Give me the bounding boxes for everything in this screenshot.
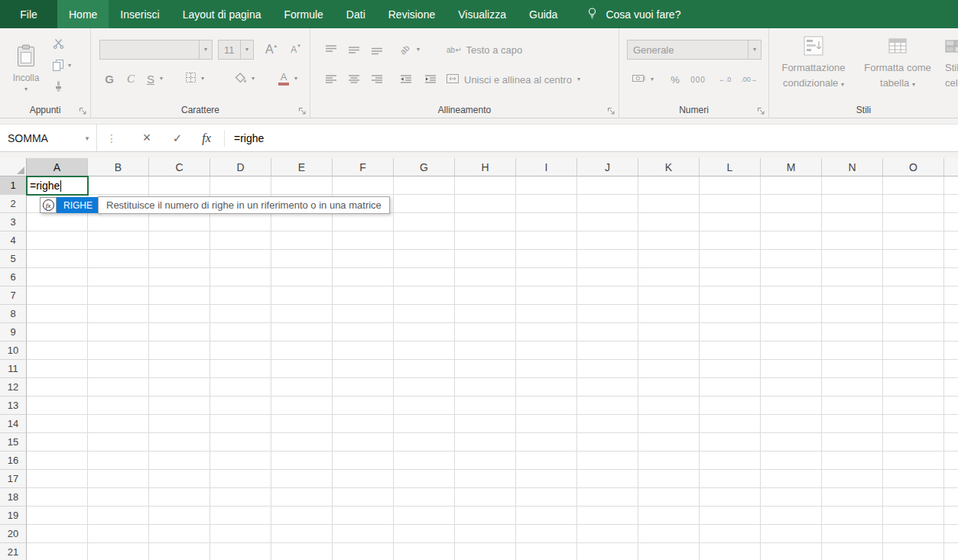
cell-C10[interactable]	[149, 342, 210, 360]
cell-B9[interactable]	[88, 323, 149, 342]
column-header-M[interactable]: M	[761, 158, 822, 176]
cell-D4[interactable]	[210, 231, 271, 250]
row-header-11[interactable]: 11	[0, 360, 27, 378]
active-cell-A1[interactable]: =righe	[26, 176, 89, 196]
cell-M14[interactable]	[761, 415, 822, 433]
cell-O3[interactable]	[883, 213, 944, 231]
cell-N13[interactable]	[822, 397, 883, 415]
cell-offscreen14[interactable]	[944, 415, 958, 433]
cell-E13[interactable]	[271, 397, 333, 415]
tab-formule[interactable]: Formule	[272, 0, 334, 28]
cell-A10[interactable]	[27, 342, 88, 360]
cell-I20[interactable]	[516, 525, 577, 543]
cell-H14[interactable]	[455, 415, 516, 433]
cell-L10[interactable]	[700, 342, 761, 360]
row-header-3[interactable]: 3	[0, 213, 27, 231]
cell-A12[interactable]	[27, 378, 88, 397]
cell-J10[interactable]	[577, 342, 638, 360]
percent-style-button[interactable]: %	[667, 70, 684, 89]
tab-layout-di-pagina[interactable]: Layout di pagina	[171, 0, 273, 28]
cell-M1[interactable]	[761, 176, 822, 195]
cell-F11[interactable]	[333, 360, 394, 378]
cell-D7[interactable]	[210, 286, 271, 305]
cell-N2[interactable]	[822, 195, 883, 213]
font-color-button[interactable]: A	[274, 69, 293, 89]
cell-G5[interactable]	[394, 250, 455, 268]
cell-D1[interactable]	[210, 176, 271, 195]
cell-H10[interactable]	[455, 342, 516, 360]
cell-F19[interactable]	[333, 507, 394, 525]
cell-O2[interactable]	[883, 195, 944, 213]
cell-N7[interactable]	[822, 286, 883, 305]
cell-M8[interactable]	[761, 305, 822, 323]
cell-K14[interactable]	[638, 415, 700, 433]
cell-N5[interactable]	[822, 250, 883, 268]
cell-I15[interactable]	[516, 433, 577, 452]
tab-revisione[interactable]: Revisione	[377, 0, 447, 28]
cell-E17[interactable]	[271, 470, 333, 488]
cell-I3[interactable]	[516, 213, 577, 231]
cell-D20[interactable]	[210, 525, 271, 543]
cell-I1[interactable]	[516, 176, 577, 195]
cell-D10[interactable]	[210, 342, 271, 360]
cell-J9[interactable]	[577, 323, 638, 342]
cell-N14[interactable]	[822, 415, 883, 433]
cell-K20[interactable]	[638, 525, 700, 543]
cell-G19[interactable]	[394, 507, 455, 525]
orientation-button[interactable]: ab	[395, 40, 414, 59]
cell-L16[interactable]	[700, 452, 761, 470]
cell-J19[interactable]	[577, 507, 638, 525]
cell-M9[interactable]	[761, 323, 822, 342]
cell-H8[interactable]	[455, 305, 516, 323]
format-as-table-button[interactable]: Formatta come tabella ▾	[856, 34, 939, 105]
cell-H17[interactable]	[455, 470, 516, 488]
cell-L3[interactable]	[700, 213, 761, 231]
row-header-21[interactable]: 21	[0, 543, 27, 560]
cell-A6[interactable]	[27, 268, 88, 286]
cell-N15[interactable]	[822, 433, 883, 452]
cell-B11[interactable]	[88, 360, 149, 378]
cell-offscreen10[interactable]	[944, 342, 958, 360]
insert-function-button[interactable]: fx	[196, 131, 216, 145]
cell-O5[interactable]	[883, 250, 944, 268]
cell-I6[interactable]	[516, 268, 577, 286]
cell-F8[interactable]	[333, 305, 394, 323]
cell-C21[interactable]	[149, 543, 210, 560]
cell-E12[interactable]	[271, 378, 333, 397]
cell-I14[interactable]	[516, 415, 577, 433]
cell-H1[interactable]	[455, 176, 516, 195]
cell-C16[interactable]	[149, 452, 210, 470]
cell-E15[interactable]	[271, 433, 333, 452]
cell-C6[interactable]	[149, 268, 210, 286]
cell-K12[interactable]	[638, 378, 700, 397]
cell-J21[interactable]	[577, 543, 638, 560]
tab-dati[interactable]: Dati	[335, 0, 377, 28]
cell-J14[interactable]	[577, 415, 638, 433]
align-top-button[interactable]	[321, 40, 341, 59]
accounting-dropdown-icon[interactable]: ▾	[651, 76, 654, 83]
cell-offscreen6[interactable]	[944, 268, 958, 286]
cell-O13[interactable]	[883, 397, 944, 415]
cell-A13[interactable]	[27, 397, 88, 415]
underline-button[interactable]: S	[141, 69, 160, 89]
underline-dropdown-icon[interactable]: ▾	[160, 76, 163, 82]
column-header-A[interactable]: A	[27, 158, 88, 176]
numeri-dialog-launcher[interactable]	[757, 105, 765, 113]
cell-O10[interactable]	[883, 342, 944, 360]
align-middle-button[interactable]	[344, 40, 364, 59]
cell-I18[interactable]	[516, 488, 577, 507]
cell-D18[interactable]	[210, 488, 271, 507]
cell-B1[interactable]	[88, 176, 149, 195]
cell-E11[interactable]	[271, 360, 333, 378]
cell-G2[interactable]	[394, 195, 455, 213]
column-header-J[interactable]: J	[577, 158, 638, 176]
cell-offscreen18[interactable]	[944, 488, 958, 507]
cell-offscreen1[interactable]	[944, 176, 958, 195]
cell-D11[interactable]	[210, 360, 271, 378]
cell-L8[interactable]	[700, 305, 761, 323]
cell-A17[interactable]	[27, 470, 88, 488]
tab-home[interactable]: Home	[57, 0, 109, 28]
cell-O8[interactable]	[883, 305, 944, 323]
cell-L18[interactable]	[700, 488, 761, 507]
cell-O6[interactable]	[883, 268, 944, 286]
